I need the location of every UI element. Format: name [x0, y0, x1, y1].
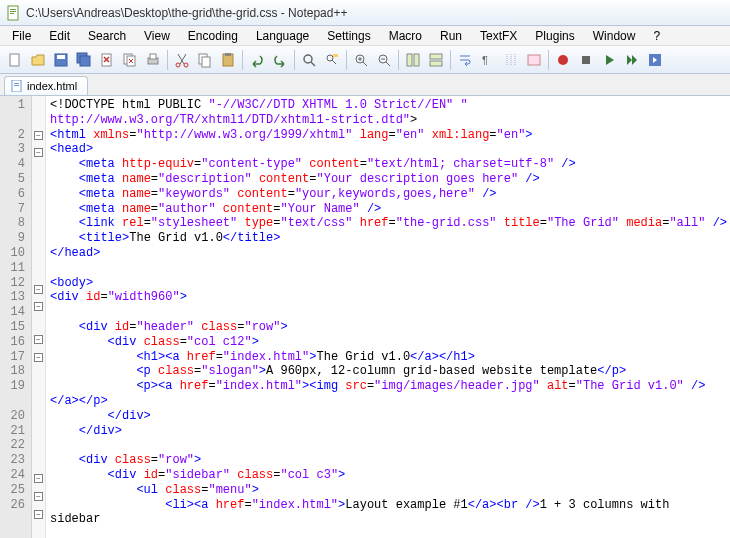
- menu-plugins[interactable]: Plugins: [527, 27, 582, 45]
- close-all-button[interactable]: [119, 49, 141, 71]
- svg-rect-17: [202, 57, 210, 67]
- left-tabs: index.html: [0, 74, 730, 96]
- content-area: index.html 12345678910111213141516171819…: [0, 74, 730, 538]
- svg-rect-36: [14, 85, 19, 86]
- show-chars-button[interactable]: ¶: [477, 49, 499, 71]
- save-all-button[interactable]: [73, 49, 95, 71]
- svg-point-20: [304, 55, 312, 63]
- menu-file[interactable]: File: [4, 27, 39, 45]
- open-button[interactable]: [27, 49, 49, 71]
- menu-run[interactable]: Run: [432, 27, 470, 45]
- left-pane: index.html 12345678910111213141516171819…: [0, 74, 730, 538]
- svg-rect-30: [528, 55, 540, 65]
- svg-rect-19: [225, 53, 231, 56]
- left-fold-column[interactable]: −−−−−−−−−: [32, 96, 46, 538]
- menu-edit[interactable]: Edit: [41, 27, 78, 45]
- menu-language[interactable]: Language: [248, 27, 317, 45]
- svg-point-31: [558, 55, 568, 65]
- paste-button[interactable]: [217, 49, 239, 71]
- left-code[interactable]: <!DOCTYPE html PUBLIC "-//W3C//DTD XHTML…: [46, 96, 730, 538]
- menu-macro[interactable]: Macro: [381, 27, 430, 45]
- menu-settings[interactable]: Settings: [319, 27, 378, 45]
- svg-text:¶: ¶: [482, 54, 488, 66]
- macro-save-button[interactable]: [644, 49, 666, 71]
- svg-rect-22: [333, 54, 338, 57]
- sync-h-button[interactable]: [425, 49, 447, 71]
- print-button[interactable]: [142, 49, 164, 71]
- svg-rect-8: [80, 56, 90, 66]
- svg-rect-6: [57, 55, 65, 59]
- tab-label: index.html: [27, 80, 77, 92]
- menu-search[interactable]: Search: [80, 27, 134, 45]
- new-button[interactable]: [4, 49, 26, 71]
- app-icon: [6, 5, 22, 21]
- close-button[interactable]: [96, 49, 118, 71]
- lang-button[interactable]: [523, 49, 545, 71]
- macro-stop-button[interactable]: [575, 49, 597, 71]
- svg-rect-25: [407, 54, 412, 66]
- title-bar: C:\Users\Andreas\Desktop\the-grid\the-gr…: [0, 0, 730, 26]
- menu-help[interactable]: ?: [645, 27, 668, 45]
- copy-button[interactable]: [194, 49, 216, 71]
- svg-rect-35: [14, 83, 19, 84]
- svg-rect-28: [430, 61, 442, 66]
- find-button[interactable]: [298, 49, 320, 71]
- cut-button[interactable]: [171, 49, 193, 71]
- undo-button[interactable]: [246, 49, 268, 71]
- svg-rect-32: [582, 56, 590, 64]
- menu-window[interactable]: Window: [585, 27, 644, 45]
- zoom-in-button[interactable]: [350, 49, 372, 71]
- save-button[interactable]: [50, 49, 72, 71]
- svg-point-14: [176, 63, 180, 67]
- svg-rect-26: [414, 54, 419, 66]
- svg-rect-1: [10, 9, 16, 10]
- wordwrap-button[interactable]: [454, 49, 476, 71]
- indent-guide-button[interactable]: [500, 49, 522, 71]
- menu-encoding[interactable]: Encoding: [180, 27, 246, 45]
- html-file-icon: [11, 80, 23, 92]
- tab-index-html[interactable]: index.html: [4, 76, 88, 95]
- sync-v-button[interactable]: [402, 49, 424, 71]
- svg-rect-13: [150, 54, 156, 59]
- zoom-out-button[interactable]: [373, 49, 395, 71]
- left-editor[interactable]: 1234567891011121314151617181920212223242…: [0, 96, 730, 538]
- svg-rect-4: [10, 54, 19, 66]
- left-gutter: 1234567891011121314151617181920212223242…: [0, 96, 32, 538]
- menu-bar: File Edit Search View Encoding Language …: [0, 26, 730, 46]
- macro-rec-button[interactable]: [552, 49, 574, 71]
- svg-rect-3: [10, 13, 14, 14]
- window-title: C:\Users\Andreas\Desktop\the-grid\the-gr…: [26, 6, 347, 20]
- menu-textfx[interactable]: TextFX: [472, 27, 525, 45]
- svg-point-15: [184, 63, 188, 67]
- svg-rect-27: [430, 54, 442, 59]
- replace-button[interactable]: [321, 49, 343, 71]
- menu-view[interactable]: View: [136, 27, 178, 45]
- toolbar: ¶: [0, 46, 730, 74]
- macro-multi-button[interactable]: [621, 49, 643, 71]
- redo-button[interactable]: [269, 49, 291, 71]
- macro-play-button[interactable]: [598, 49, 620, 71]
- svg-rect-2: [10, 11, 16, 12]
